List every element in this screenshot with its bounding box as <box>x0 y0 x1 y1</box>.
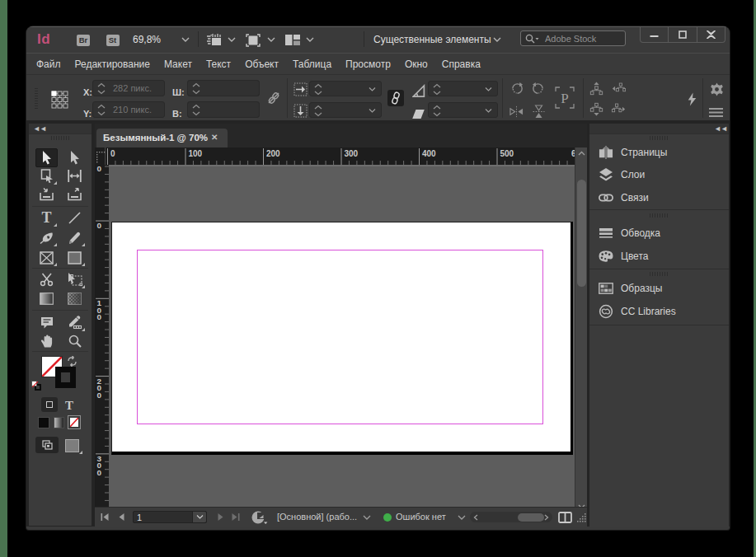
tool-pen[interactable] <box>35 228 58 247</box>
swap-fill-stroke-icon[interactable] <box>67 356 77 367</box>
tools-panel-grip[interactable] <box>51 136 69 140</box>
x-stepper-icon[interactable] <box>96 82 106 95</box>
move-right-hierarchy-icon[interactable] <box>612 102 626 116</box>
panel-button-stroke[interactable]: Обводка <box>589 222 729 245</box>
preflight-profile[interactable]: [Основной] (рабо... <box>277 512 357 522</box>
tool-note[interactable] <box>35 313 58 332</box>
flip-horizontal-icon[interactable] <box>509 105 524 119</box>
panel-menu-icon[interactable] <box>709 105 723 119</box>
shear-chevron-icon[interactable] <box>485 109 492 113</box>
bridge-button[interactable]: Br <box>77 35 90 46</box>
adobe-stock-search[interactable] <box>520 30 626 46</box>
shear-angle-field[interactable] <box>428 102 498 118</box>
maximize-button[interactable] <box>669 26 697 42</box>
tool-rectangle[interactable] <box>63 248 86 267</box>
panel-button-cc-libraries[interactable]: CC Libraries <box>589 300 729 323</box>
default-fill-stroke-icon[interactable] <box>31 381 42 391</box>
tool-pencil[interactable] <box>63 228 86 247</box>
last-page-button[interactable] <box>232 513 240 521</box>
tool-hand[interactable] <box>35 331 58 350</box>
tool-gap[interactable] <box>63 166 86 185</box>
minimize-button[interactable] <box>641 26 669 42</box>
dock-group-grip[interactable] <box>650 136 668 140</box>
scroll-left-icon[interactable] <box>473 514 478 521</box>
horizontal-scrollbar[interactable] <box>470 512 552 522</box>
scroll-right-icon[interactable] <box>544 514 549 521</box>
horizontal-scrollbar-thumb[interactable] <box>518 513 544 522</box>
error-status-chevron-icon[interactable] <box>458 515 466 520</box>
constrain-scale-button[interactable] <box>387 90 404 106</box>
menu-help[interactable]: Справка <box>442 59 481 70</box>
arrange-documents-chevron-icon[interactable] <box>306 37 314 42</box>
resize-grip-icon[interactable] <box>576 513 587 523</box>
horizontal-ruler[interactable]: 0100200300400500600 <box>106 147 575 165</box>
view-options-icon[interactable] <box>206 34 223 46</box>
view-mode-preview-button[interactable] <box>65 439 79 452</box>
scroll-up-icon[interactable] <box>578 151 585 156</box>
constrain-dimensions-icon[interactable] <box>267 91 280 105</box>
screen-mode-icon[interactable] <box>246 34 261 47</box>
scale-y-stepper-icon[interactable] <box>313 105 323 117</box>
scale-x-chevron-icon[interactable] <box>369 87 376 91</box>
gear-icon[interactable] <box>710 82 724 96</box>
tool-content-collector[interactable] <box>35 185 58 204</box>
apply-none-button[interactable] <box>68 415 81 429</box>
document-page[interactable] <box>111 222 573 455</box>
pasteboard[interactable] <box>109 165 575 507</box>
page-number-input[interactable] <box>137 512 186 522</box>
panel-button-color[interactable]: Цвета <box>589 245 729 268</box>
pages-spread-view-icon[interactable] <box>558 512 572 523</box>
height-stepper-icon[interactable] <box>191 104 201 116</box>
tab-close-icon[interactable]: ✕ <box>211 133 218 142</box>
vertical-ruler[interactable]: 00100200300 <box>95 165 109 507</box>
previous-page-button[interactable] <box>119 513 124 521</box>
width-field[interactable] <box>187 80 260 96</box>
menu-object[interactable]: Объект <box>245 59 279 70</box>
scale-x-field[interactable] <box>309 81 382 96</box>
expand-panels-icon[interactable]: ◄◄ <box>714 124 727 133</box>
apply-gradient-button[interactable] <box>54 417 64 428</box>
tool-scissors[interactable] <box>35 270 58 289</box>
formatting-affects-container-button[interactable] <box>41 397 58 412</box>
panel-grip[interactable] <box>35 88 38 110</box>
zoom-level-value[interactable]: 69,8% <box>133 34 161 45</box>
stroke-color-swatch[interactable] <box>55 367 76 388</box>
tool-content-placer[interactable] <box>63 185 86 204</box>
menu-view[interactable]: Просмотр <box>345 59 391 70</box>
panel-button-links[interactable]: Связи <box>589 186 729 209</box>
dock-header[interactable]: ◄◄ <box>589 124 729 133</box>
stock-button[interactable]: St <box>106 35 120 46</box>
dock-group-grip[interactable] <box>650 213 668 218</box>
tool-type[interactable]: T <box>35 208 58 227</box>
view-rotation-icon[interactable] <box>251 511 268 525</box>
preflight-profile-chevron-icon[interactable] <box>363 515 371 520</box>
shear-stepper-icon[interactable] <box>432 105 442 117</box>
workspace-switcher[interactable]: Существенные элементы <box>373 34 491 45</box>
tool-gradient-feather[interactable] <box>63 289 86 308</box>
x-position-field[interactable]: 282 пикс. <box>92 80 165 96</box>
tools-panel-header[interactable]: ◄◄ <box>29 124 92 133</box>
tool-selection[interactable] <box>35 148 58 167</box>
tool-frame[interactable] <box>35 248 58 267</box>
arrange-documents-icon[interactable] <box>285 35 300 45</box>
menu-layout[interactable]: Макет <box>164 59 192 70</box>
workspace-chevron-icon[interactable] <box>493 37 501 42</box>
tool-eyedropper[interactable] <box>63 313 86 332</box>
height-field[interactable] <box>187 101 260 118</box>
rotation-angle-field[interactable] <box>428 81 498 96</box>
rotation-stepper-icon[interactable] <box>432 83 442 96</box>
scale-y-chevron-icon[interactable] <box>369 109 376 113</box>
error-status[interactable]: Ошибок нет <box>396 512 446 522</box>
panel-button-swatches[interactable]: Образцы <box>589 277 729 300</box>
reference-point-selector[interactable] <box>51 91 68 109</box>
quick-apply-lightning-icon[interactable] <box>685 92 699 106</box>
vertical-scrollbar[interactable] <box>575 147 587 511</box>
view-mode-normal-button[interactable] <box>35 437 59 453</box>
rotate-ccw-icon[interactable] <box>531 82 545 96</box>
menu-table[interactable]: Таблица <box>293 59 331 70</box>
scale-x-stepper-icon[interactable] <box>313 83 323 96</box>
move-left-hierarchy-icon[interactable] <box>612 82 626 96</box>
tool-line[interactable] <box>63 208 86 227</box>
flip-vertical-icon[interactable] <box>532 105 546 119</box>
adobe-stock-search-input[interactable] <box>543 32 622 44</box>
